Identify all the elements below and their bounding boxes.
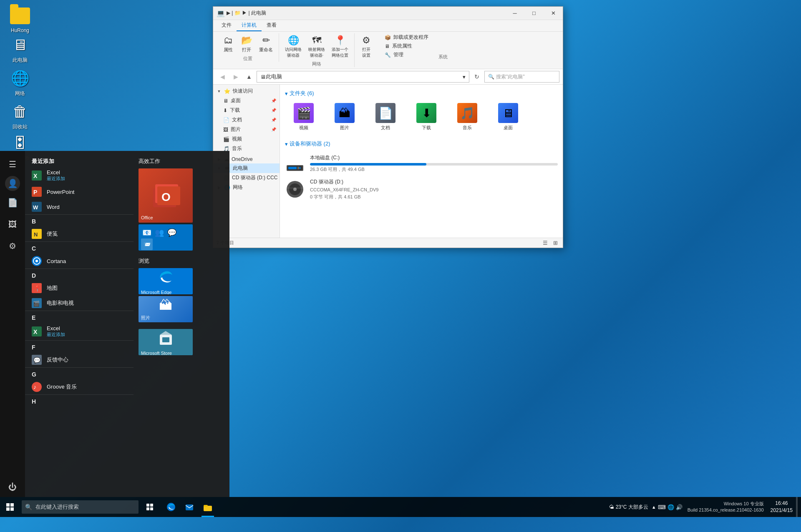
- explorer-content: ▾ 文件夹 (6) 🎬 视频 🏔 图片 📄 文档: [280, 85, 563, 238]
- list-view-button[interactable]: ☰: [541, 239, 549, 247]
- ribbon-btn-network-access[interactable]: 🌐 访问网络驱动器: [282, 33, 304, 60]
- ribbon-btn-add-location[interactable]: 📍 添加一个网络位置: [329, 33, 351, 60]
- folder-item-videos[interactable]: 🎬 视频: [285, 100, 322, 133]
- folder-item-pictures[interactable]: 🏔 图片: [326, 100, 363, 133]
- volume-icon[interactable]: 🔊: [676, 504, 683, 510]
- folder-item-downloads[interactable]: ⬇ 下载: [408, 100, 445, 133]
- app-item-movies[interactable]: 🎬 电影和电视: [25, 296, 134, 311]
- tile-edge[interactable]: Microsoft Edge: [139, 268, 193, 294]
- tile-photos[interactable]: 🏔 照片: [139, 296, 193, 322]
- folder-item-documents[interactable]: 📄 文档: [367, 100, 404, 133]
- back-button[interactable]: ◀: [217, 71, 228, 83]
- network-status-icon[interactable]: 🌐: [668, 504, 674, 510]
- taskbar-search-box[interactable]: 🔍 在此键入进行搜索: [22, 500, 139, 514]
- tile-mail[interactable]: 📧 👥 💬 📨 在一处查看所有邮件 邮件: [139, 224, 193, 251]
- drive-info-c: 本地磁盘 (C:) 26.3 GB 可用，共 49.4 GB: [310, 154, 558, 173]
- ribbon-item-sys-props[interactable]: 🖥 系统属性: [383, 42, 430, 50]
- ribbon-item-manage[interactable]: 🔧 管理: [383, 51, 430, 59]
- ribbon-btn-rename[interactable]: ✏ 重命名: [257, 33, 275, 55]
- taskbar-app-edge[interactable]: [162, 497, 180, 517]
- show-desktop-button[interactable]: [796, 497, 798, 517]
- forward-button[interactable]: ▶: [230, 71, 242, 83]
- view-all-mail-button[interactable]: 📨: [141, 238, 153, 250]
- app-item-notepad[interactable]: N 便笺: [25, 226, 134, 241]
- taskbar-app-explorer[interactable]: [199, 497, 217, 517]
- grid-view-button[interactable]: ⊞: [551, 239, 559, 247]
- minimize-button[interactable]: ─: [505, 7, 524, 20]
- tile-store[interactable]: Microsoft Store: [139, 329, 193, 355]
- tab-file[interactable]: 文件: [217, 20, 237, 31]
- folder-item-music[interactable]: 🎵 音乐: [448, 100, 486, 133]
- store-tile-icon: [156, 329, 175, 349]
- svg-text:♪: ♪: [33, 384, 36, 390]
- taskbar-weather[interactable]: 🌤 23°C 大部多云: [609, 504, 648, 511]
- sidebar-item-downloads[interactable]: ⬇ 下载 📌: [213, 105, 280, 115]
- app-item-groove[interactable]: ♪ Groove 音乐: [25, 379, 134, 394]
- btn-label: 访问网络驱动器: [285, 47, 302, 58]
- sidebar-item-desktop[interactable]: 🖥 桌面 📌: [213, 96, 280, 105]
- chevron-up-icon[interactable]: ▲: [652, 504, 656, 509]
- ribbon-btn-open[interactable]: 📂 打开: [238, 33, 255, 55]
- taskbar-clock[interactable]: 16:46 2021/4/15: [767, 500, 796, 514]
- tile-office[interactable]: O Office: [139, 168, 193, 223]
- start-button[interactable]: [0, 497, 20, 517]
- item-label: 系统属性: [392, 43, 412, 50]
- ribbon-btn-properties[interactable]: 🗂 属性: [220, 33, 237, 55]
- taskbar-app-mail[interactable]: [180, 497, 199, 517]
- power-button[interactable]: ⏻: [3, 477, 23, 497]
- tab-computer[interactable]: 计算机: [237, 20, 262, 31]
- app-item-maps[interactable]: 📍 地图: [25, 281, 134, 296]
- desktop-icon-mypc[interactable]: 🖥 此电脑: [3, 33, 37, 65]
- ribbon-item-uninstall[interactable]: 📦 卸载或更改程序: [383, 33, 430, 41]
- mail-tile-actions: 📨: [141, 238, 153, 250]
- desktop-icon-label: 此电脑: [13, 57, 28, 64]
- group-label: 系统: [438, 54, 448, 60]
- maximize-button[interactable]: □: [524, 7, 544, 20]
- address-breadcrumb-icon: 🖥: [260, 74, 266, 80]
- folder-item-desktop[interactable]: 🖥 桌面: [489, 100, 527, 133]
- task-view-button[interactable]: [142, 497, 159, 517]
- ribbon-group-buttons: 🗂 属性 📂 打开 ✏ 重命名: [220, 33, 275, 55]
- search-icon: 🔍: [488, 74, 494, 80]
- desktop-icon-network[interactable]: 🌐 网络: [3, 67, 37, 99]
- settings-left-button[interactable]: ⚙: [3, 236, 23, 256]
- sidebar-item-documents[interactable]: 📄 文档 📌: [213, 115, 280, 125]
- ribbon-btn-open-settings[interactable]: ⚙ 打开设置: [358, 33, 375, 60]
- desktop-icon-hurong[interactable]: HuRong: [3, 4, 37, 35]
- sidebar-item-quick-access[interactable]: ▼ ⭐ 快速访问: [213, 86, 280, 96]
- address-box[interactable]: 🖥 此电脑 ▾: [257, 71, 469, 83]
- app-name: 地图: [47, 284, 58, 292]
- desktop-icon-recycle[interactable]: 🗑 回收站: [3, 100, 37, 132]
- app-item-ppt[interactable]: P PowerPoint: [25, 184, 134, 199]
- up-button[interactable]: ▲: [243, 71, 255, 83]
- status-bar: 7 个项目 ☰ ⊞: [213, 238, 563, 248]
- sidebar-item-pictures[interactable]: 🖼 图片 📌: [213, 125, 280, 134]
- recycle-icon: 🗑: [10, 102, 30, 122]
- search-box[interactable]: 🔍 搜索"此电脑": [484, 71, 559, 83]
- keyboard-icon[interactable]: ⌨: [658, 504, 666, 510]
- refresh-button[interactable]: ↻: [471, 71, 483, 83]
- pictures-left-button[interactable]: 🖼: [3, 214, 23, 234]
- app-item-excel2[interactable]: X Excel 最近添加: [25, 323, 134, 340]
- app-item-excel-new[interactable]: X Excel 最近添加: [25, 167, 134, 184]
- hamburger-menu-button[interactable]: ☰: [3, 154, 23, 174]
- ribbon-btn-map-drive[interactable]: 🗺 映射网络驱动器·: [306, 33, 327, 60]
- tab-view[interactable]: 查看: [262, 20, 282, 31]
- sidebar-label: 网络: [233, 184, 243, 191]
- folder-icon-videos: 🎬: [294, 103, 314, 123]
- drive-item-c[interactable]: 本地磁盘 (C:) 26.3 GB 可用，共 49.4 GB: [285, 151, 558, 176]
- chevron-down-icon: ▾: [285, 90, 288, 97]
- documents-left-button[interactable]: 📄: [3, 193, 23, 213]
- app-item-feedback[interactable]: 💬 反馈中心: [25, 352, 134, 367]
- word-icon: W: [32, 202, 42, 212]
- app-item-word[interactable]: W Word: [25, 199, 134, 214]
- btn-label: 添加一个网络位置: [332, 47, 348, 58]
- taskbar-search-icon: 🔍: [25, 504, 32, 510]
- close-button[interactable]: ✕: [544, 7, 563, 20]
- user-avatar[interactable]: 👤: [5, 176, 20, 191]
- sidebar-item-videos[interactable]: 🎬 视频: [213, 134, 280, 144]
- drive-item-d[interactable]: CD 驱动器 (D:) CCCOMA_X64FRE_ZH-CN_DV9 0 字节…: [285, 176, 558, 203]
- titlebar-icon: 💻: [217, 9, 225, 18]
- app-item-cortana[interactable]: Cortana: [25, 253, 134, 269]
- feedback-icon: 💬: [32, 355, 42, 365]
